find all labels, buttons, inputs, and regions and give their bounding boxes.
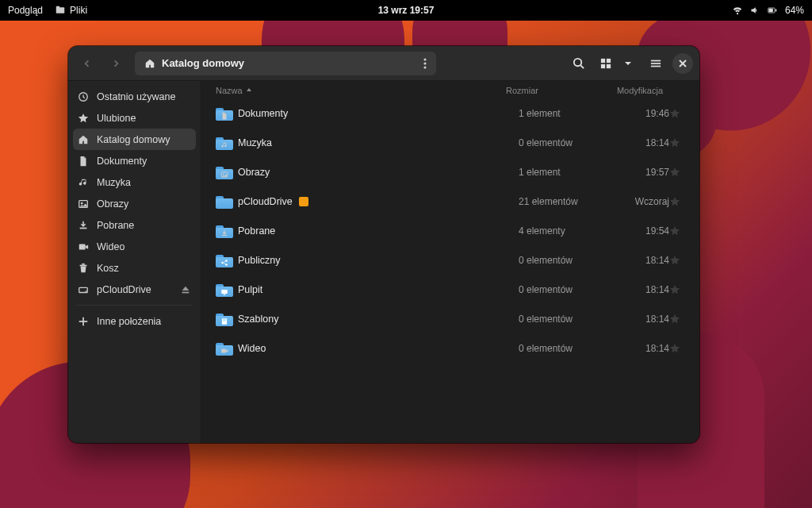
file-size: 4 elementy xyxy=(519,225,606,237)
sidebar-separator xyxy=(76,305,193,306)
svg-rect-10 xyxy=(601,58,605,62)
view-grid-button[interactable] xyxy=(595,52,617,75)
grid-icon xyxy=(600,58,611,69)
doc-icon xyxy=(78,156,89,167)
system-status-area[interactable]: 64% xyxy=(733,5,804,16)
sidebar-item-label: Ulubione xyxy=(97,113,136,124)
star-icon xyxy=(78,113,89,124)
sidebar-other-locations[interactable]: Inne położenia xyxy=(68,310,201,332)
sidebar-item-label: Ostatnio używane xyxy=(97,91,175,102)
file-modified: Wczoraj xyxy=(606,196,669,207)
svg-point-34 xyxy=(221,261,224,264)
star-toggle[interactable] xyxy=(669,225,685,237)
clock[interactable]: 13 wrz 19:57 xyxy=(378,5,435,16)
sidebar-item-kosz[interactable]: Kosz xyxy=(68,257,201,279)
sidebar-item-label: Pobrane xyxy=(97,220,134,231)
forward-button[interactable] xyxy=(105,52,128,75)
folder-icon xyxy=(216,165,238,179)
image-icon xyxy=(78,198,89,210)
file-size: 1 element xyxy=(519,108,606,119)
star-toggle[interactable] xyxy=(669,255,685,266)
activities-button[interactable]: Podgląd xyxy=(8,5,43,16)
star-toggle[interactable] xyxy=(669,108,685,119)
sidebar-item-dokumenty[interactable]: Dokumenty xyxy=(68,150,201,171)
path-bar[interactable]: Katalog domowy xyxy=(135,52,436,75)
file-row[interactable]: Pobrane4 elementy19:54 xyxy=(201,216,699,245)
sidebar-item-label: pCloudDrive xyxy=(97,284,151,295)
sidebar-item-wideo[interactable]: Wideo xyxy=(68,236,201,257)
star-toggle[interactable] xyxy=(669,343,685,354)
file-modified: 19:54 xyxy=(606,225,669,237)
file-modified: 18:14 xyxy=(606,137,669,148)
svg-rect-11 xyxy=(607,58,611,62)
file-size: 0 elementów xyxy=(519,284,606,295)
back-button[interactable] xyxy=(75,52,98,75)
battery-icon xyxy=(768,6,777,15)
sidebar-item-pclouddrive[interactable]: pCloudDrive xyxy=(68,279,201,300)
sidebar-item-obrazy[interactable]: Obrazy xyxy=(68,193,201,214)
star-toggle[interactable] xyxy=(669,167,685,178)
sidebar-item-katalog-domowy[interactable]: Katalog domowy xyxy=(73,129,196,150)
svg-rect-16 xyxy=(651,65,661,67)
close-button[interactable] xyxy=(672,53,693,74)
app-menu[interactable]: Pliki xyxy=(56,5,87,16)
hamburger-menu-button[interactable] xyxy=(644,52,668,75)
view-options-button[interactable] xyxy=(617,52,639,75)
svg-rect-30 xyxy=(79,321,88,322)
file-modified: 18:14 xyxy=(606,314,669,325)
plus-icon xyxy=(78,316,89,327)
headerbar: Katalog domowy xyxy=(68,46,699,81)
column-name[interactable]: Nazwa xyxy=(216,86,500,95)
sidebar-item-label: Kosz xyxy=(97,263,119,274)
path-label: Katalog domowy xyxy=(162,57,244,69)
star-toggle[interactable] xyxy=(669,314,685,325)
file-row[interactable]: Obrazy1 element19:57 xyxy=(201,157,699,187)
volume-icon xyxy=(750,6,760,15)
svg-rect-38 xyxy=(224,294,226,294)
file-row[interactable]: Szablony0 elementów18:14 xyxy=(201,304,699,333)
sidebar-item-label: Inne położenia xyxy=(97,316,161,327)
column-size[interactable]: Rozmiar xyxy=(506,86,593,95)
sidebar-item-label: Obrazy xyxy=(97,198,128,210)
file-row[interactable]: Wideo0 elementów18:14 xyxy=(201,333,699,363)
file-row[interactable]: Pulpit0 elementów18:14 xyxy=(201,275,699,304)
star-toggle[interactable] xyxy=(669,284,685,295)
video-icon xyxy=(78,241,89,252)
star-toggle[interactable] xyxy=(669,196,685,207)
folder-icon xyxy=(216,106,238,121)
eject-button[interactable] xyxy=(180,284,191,295)
file-size: 21 elementów xyxy=(519,196,606,207)
column-modified[interactable]: Modyfikacja xyxy=(599,86,663,95)
sidebar-item-pobrane[interactable]: Pobrane xyxy=(68,214,201,236)
svg-rect-13 xyxy=(607,64,611,67)
file-size: 0 elementów xyxy=(519,255,606,266)
file-row[interactable]: Publiczny0 elementów18:14 xyxy=(201,245,699,275)
file-row[interactable]: pCloudDrive21 elementówWczoraj xyxy=(201,187,699,216)
kebab-icon xyxy=(423,58,427,69)
file-modified: 18:14 xyxy=(606,284,669,295)
file-modified: 18:14 xyxy=(606,343,669,354)
search-button[interactable] xyxy=(566,52,590,75)
trash-icon xyxy=(78,263,89,274)
svg-line-9 xyxy=(580,65,584,68)
home-icon xyxy=(78,134,89,145)
file-row[interactable]: Dokumenty1 element19:46 xyxy=(201,98,699,128)
file-name: Pobrane xyxy=(238,225,275,237)
svg-rect-37 xyxy=(221,289,228,293)
path-menu-button[interactable] xyxy=(423,58,427,69)
sidebar-item-ostatnio-używane[interactable]: Ostatnio używane xyxy=(68,86,201,107)
star-toggle[interactable] xyxy=(669,137,685,148)
svg-point-32 xyxy=(223,173,224,175)
music-icon xyxy=(78,177,89,188)
sidebar-item-ulubione[interactable]: Ulubione xyxy=(68,107,201,129)
column-headers: Nazwa Rozmiar Modyfikacja xyxy=(201,81,699,98)
file-name: Wideo xyxy=(238,343,266,354)
sidebar-item-muzyka[interactable]: Muzyka xyxy=(68,171,201,193)
files-app-icon xyxy=(56,6,65,15)
sidebar-item-label: Wideo xyxy=(97,241,124,252)
svg-rect-40 xyxy=(223,319,226,320)
file-row[interactable]: Muzyka0 elementów18:14 xyxy=(201,128,699,157)
battery-percent: 64% xyxy=(785,5,804,16)
wifi-icon xyxy=(733,6,742,15)
clock-icon xyxy=(78,91,89,102)
